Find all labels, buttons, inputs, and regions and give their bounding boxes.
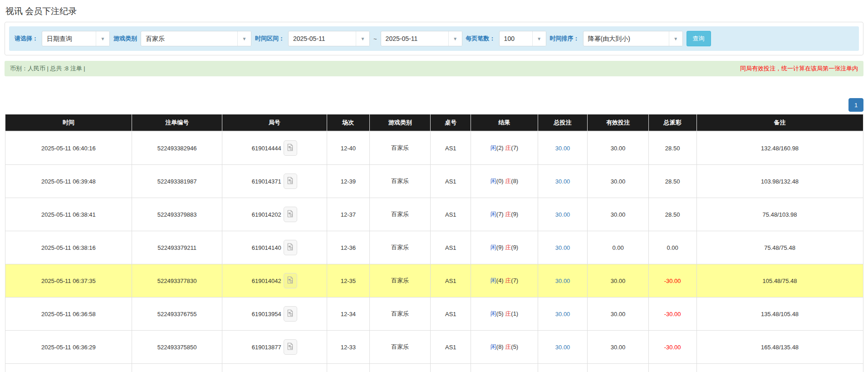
result-banker-score: (7) — [511, 144, 518, 151]
cell-result: 闲(0) 庄(8) — [471, 165, 538, 198]
cell-game-type: 百家乐 — [370, 331, 431, 364]
cell-time: 2025-05-11 06:39:48 — [5, 165, 132, 198]
cell-round-id: 619014371 — [222, 165, 327, 198]
cell-round-id: 619014042 — [222, 264, 327, 298]
result-player-score: (2) — [496, 144, 504, 151]
video-replay-button[interactable] — [284, 339, 297, 355]
result-banker-score: (8) — [511, 178, 518, 184]
cell-remark: 75.48/75.48 — [696, 231, 863, 264]
cell-round-id: 619013954 — [222, 298, 327, 331]
search-button[interactable]: 查询 — [687, 31, 711, 46]
cell-table-no: AS1 — [431, 298, 471, 331]
cell-game-type: 百家乐 — [370, 131, 431, 165]
cell-total-bet: 30.00 — [538, 231, 588, 264]
filter-panel: 请选择： 日期查询 ▼ 游戏类别 百家乐 ▼ 时间区间： 2025-05-11 … — [5, 22, 863, 55]
total-bet-link[interactable]: 30.00 — [555, 311, 570, 317]
cell-table-no: AS1 — [431, 131, 471, 165]
total-bet-link[interactable]: 30.00 — [555, 145, 570, 152]
video-replay-button[interactable] — [284, 140, 297, 156]
cell-round-id: 619013877 — [222, 331, 327, 364]
cell-valid-bet: 30.00 — [588, 198, 648, 231]
cell-payout: 0.00 — [648, 231, 696, 264]
cell-session: 12-36 — [327, 231, 370, 264]
game-type-select[interactable]: 百家乐 ▼ — [141, 31, 251, 46]
total-bet-link[interactable]: 30.00 — [555, 344, 570, 351]
video-replay-button[interactable] — [284, 273, 297, 288]
chevron-down-icon[interactable]: ▼ — [532, 31, 546, 46]
result-player-label: 闲 — [490, 310, 496, 317]
cell-time: 2025-05-11 06:36:58 — [5, 298, 132, 331]
total-bet-link[interactable]: 30.00 — [555, 211, 570, 218]
cell-payout: 28.50 — [648, 165, 696, 198]
cell-result: 闲(2) 庄(7) — [471, 131, 538, 165]
chevron-down-icon[interactable]: ▼ — [237, 31, 251, 46]
chevron-down-icon[interactable]: ▼ — [96, 31, 109, 46]
select-type-label: 请选择： — [15, 35, 38, 43]
col-header-result: 结果 — [471, 114, 538, 132]
video-file-icon — [286, 342, 294, 352]
cell-remark: 132.48/160.98 — [696, 131, 863, 165]
time-sort-select[interactable]: 降幂(由大到小) ▼ — [583, 31, 683, 46]
chevron-down-icon[interactable]: ▼ — [448, 31, 462, 46]
table-row: 2025-05-11 06:37:35 522493377830 6190140… — [5, 264, 863, 298]
video-replay-button[interactable] — [284, 306, 297, 322]
cell-result: 闲(5) 庄(1) — [471, 298, 538, 331]
cell-game-type: 百家乐 — [370, 198, 431, 231]
cell-table-no: AS1 — [431, 364, 471, 372]
result-banker-label: 庄 — [505, 277, 511, 284]
date-to-value: 2025-05-11 — [381, 31, 448, 46]
cell-valid-bet: 30.00 — [588, 165, 648, 198]
page-size-select[interactable]: 100 ▼ — [499, 31, 546, 46]
date-to-select[interactable]: 2025-05-11 ▼ — [381, 31, 462, 46]
cell-result: 闲(7) 庄(9) — [471, 198, 538, 231]
cell-session: 12-32 — [327, 364, 370, 372]
time-range-label: 时间区间： — [255, 35, 284, 43]
video-replay-button[interactable] — [284, 174, 297, 189]
cell-valid-bet: 0.00 — [588, 231, 648, 264]
query-type-select[interactable]: 日期查询 ▼ — [42, 31, 110, 46]
result-player-score: (7) — [496, 211, 504, 218]
cell-session: 12-35 — [327, 264, 370, 298]
chevron-down-icon[interactable]: ▼ — [356, 31, 369, 46]
cell-time: 2025-05-11 06:38:41 — [5, 198, 132, 231]
cell-round-id: 619014202 — [222, 198, 327, 231]
round-id-text: 619014371 — [252, 178, 281, 185]
cell-total-bet: 30.00 — [538, 198, 588, 231]
table-row: 2025-05-11 06:39:48 522493381987 6190143… — [5, 165, 863, 198]
cell-payout: -30.00 — [648, 331, 696, 364]
round-id-text: 619014202 — [252, 211, 281, 218]
table-row: 2025-05-11 06:40:16 522493382946 6190144… — [5, 131, 863, 165]
video-file-icon — [286, 144, 294, 153]
cell-bet-id: 522493375850 — [132, 331, 222, 364]
result-player-label: 闲 — [490, 343, 496, 350]
game-type-label: 游戏类别 — [113, 35, 137, 43]
video-replay-button[interactable] — [284, 240, 297, 255]
result-banker-label: 庄 — [505, 211, 511, 218]
cell-bet-id: 522493379883 — [132, 198, 222, 231]
cell-total-bet: 30.00 — [538, 364, 588, 372]
cell-total-bet: 30.00 — [538, 298, 588, 331]
cell-table-no: AS1 — [431, 165, 471, 198]
col-header-total-bet: 总投注 — [538, 114, 588, 132]
video-file-icon — [286, 210, 294, 219]
cell-session: 12-40 — [327, 131, 370, 165]
date-from-select[interactable]: 2025-05-11 ▼ — [288, 31, 370, 46]
cell-valid-bet: 30.00 — [588, 131, 648, 165]
range-tilde: ~ — [373, 35, 377, 42]
total-bet-link[interactable]: 30.00 — [555, 278, 570, 284]
result-banker-score: (9) — [511, 211, 518, 218]
page-1-button[interactable]: 1 — [848, 98, 863, 112]
cell-time: 2025-05-11 06:37:35 — [5, 264, 132, 298]
date-from-value: 2025-05-11 — [289, 31, 356, 46]
currency-total-text: 币别：人民币 | 总共 :8 注单 | — [10, 64, 85, 73]
round-id-text: 619014140 — [252, 244, 281, 251]
chevron-down-icon[interactable]: ▼ — [669, 31, 682, 46]
page-size-label: 每页笔数： — [466, 35, 495, 43]
total-bet-link[interactable]: 30.00 — [555, 244, 570, 251]
cell-bet-id: 522493377830 — [132, 264, 222, 298]
video-replay-button[interactable] — [284, 207, 297, 222]
cell-payout: 0.00 — [648, 364, 696, 372]
col-header-session: 场次 — [327, 114, 370, 132]
total-bet-link[interactable]: 30.00 — [555, 178, 570, 185]
cell-valid-bet: 30.00 — [588, 331, 648, 364]
